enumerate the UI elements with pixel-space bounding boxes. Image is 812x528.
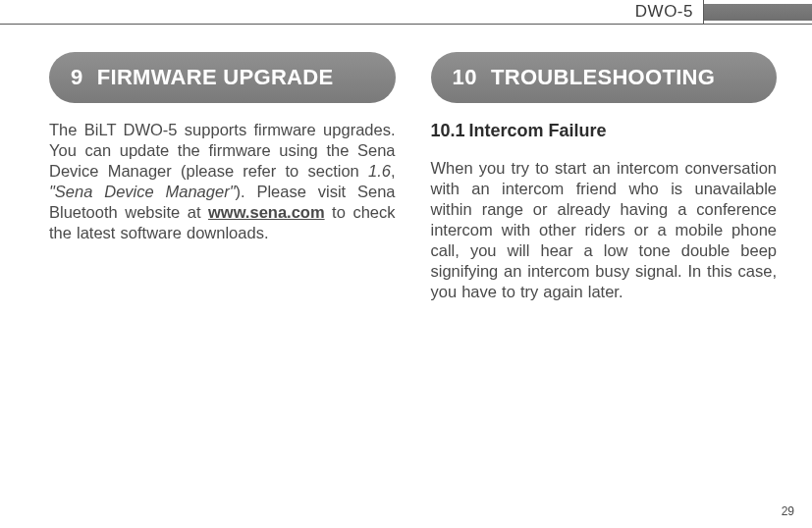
chapter-title: FIRMWARE UPGRADE — [97, 65, 334, 90]
page-content: 9 FIRMWARE UPGRADE The BiLT DWO-5 suppor… — [0, 25, 812, 319]
sena-link[interactable]: www.sena.com — [208, 203, 325, 221]
device-model-label: DWO-5 — [625, 0, 703, 24]
page-header: DWO-5 — [0, 0, 812, 25]
subsection-number: 10.1 — [431, 121, 465, 140]
section-quote: "Sena Device Manager" — [49, 183, 236, 200]
chapter-heading-10: 10 TROUBLESHOOTING — [431, 52, 778, 103]
chapter-heading-9: 9 FIRMWARE UPGRADE — [49, 52, 396, 103]
chapter-title: TROUBLESHOOTING — [491, 65, 715, 90]
chapter-number: 9 — [71, 65, 83, 90]
header-accent-bar — [704, 4, 812, 21]
troubleshooting-paragraph: When you try to start an intercom conver… — [431, 158, 778, 303]
header-right: DWO-5 — [625, 0, 812, 24]
firmware-paragraph: The BiLT DWO-5 supports firmware upgrade… — [49, 120, 396, 244]
manual-page: DWO-5 9 FIRMWARE UPGRADE The BiLT DWO-5 … — [0, 0, 812, 528]
page-number: 29 — [782, 504, 794, 518]
right-column: 10 TROUBLESHOOTING 10.1Intercom Failure … — [431, 52, 778, 319]
section-ref: 1.6 — [368, 162, 391, 180]
chapter-number: 10 — [453, 65, 477, 90]
subsection-heading: 10.1Intercom Failure — [431, 121, 778, 141]
subsection-title: Intercom Failure — [469, 121, 607, 140]
left-column: 9 FIRMWARE UPGRADE The BiLT DWO-5 suppor… — [49, 52, 396, 319]
text-run: , — [391, 162, 396, 180]
text-run: The BiLT DWO-5 supports firmware upgrade… — [49, 121, 396, 180]
